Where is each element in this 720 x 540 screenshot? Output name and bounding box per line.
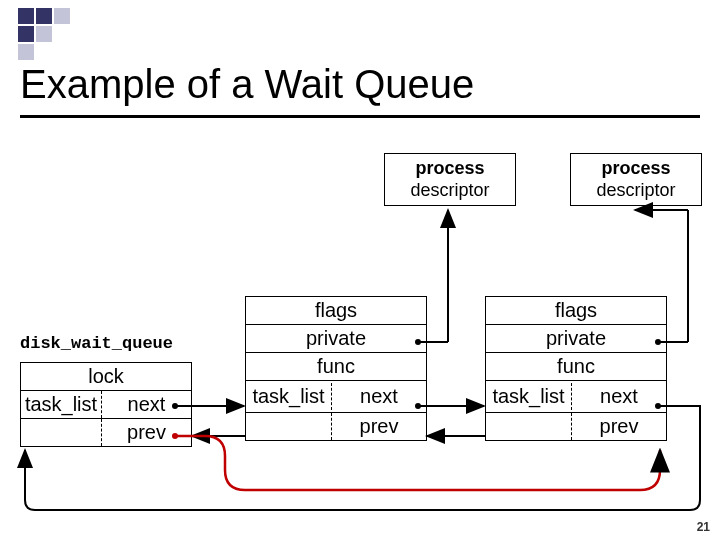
process-descriptor-box: process descriptor — [570, 153, 702, 206]
lock-field: lock — [21, 363, 191, 391]
prev-field: prev — [332, 413, 426, 440]
title-underline — [20, 115, 700, 118]
wait-queue-head-struct: lock task_list next prev — [20, 362, 192, 447]
tasklist-field: task_list — [486, 383, 572, 410]
func-field: func — [486, 353, 666, 381]
next-field: next — [332, 383, 426, 410]
pd-line1: process — [385, 158, 515, 180]
next-field: next — [572, 383, 666, 410]
decoration-square — [36, 26, 52, 42]
decoration-square — [18, 44, 34, 60]
wait-queue-node: flags private func task_list next prev — [245, 296, 427, 441]
page-number: 21 — [697, 520, 710, 534]
tasklist-empty — [21, 419, 102, 446]
next-field: next — [102, 391, 191, 418]
pd-line2: descriptor — [571, 180, 701, 202]
flags-field: flags — [246, 297, 426, 325]
prev-field: prev — [102, 419, 191, 446]
private-field: private — [486, 325, 666, 353]
tasklist-field: task_list — [246, 383, 332, 410]
private-field: private — [246, 325, 426, 353]
page-title: Example of a Wait Queue — [20, 62, 474, 107]
tasklist-empty — [246, 413, 332, 440]
pd-line2: descriptor — [385, 180, 515, 202]
decoration-square — [36, 8, 52, 24]
tasklist-empty — [486, 413, 572, 440]
pd-line1: process — [571, 158, 701, 180]
func-field: func — [246, 353, 426, 381]
decoration-square — [18, 26, 34, 42]
process-descriptor-box: process descriptor — [384, 153, 516, 206]
wait-queue-node: flags private func task_list next prev — [485, 296, 667, 441]
flags-field: flags — [486, 297, 666, 325]
decoration-square — [54, 8, 70, 24]
prev-field: prev — [572, 413, 666, 440]
tasklist-field: task_list — [21, 391, 102, 418]
decoration-square — [18, 8, 34, 24]
wait-queue-label: disk_wait_queue — [20, 334, 173, 353]
